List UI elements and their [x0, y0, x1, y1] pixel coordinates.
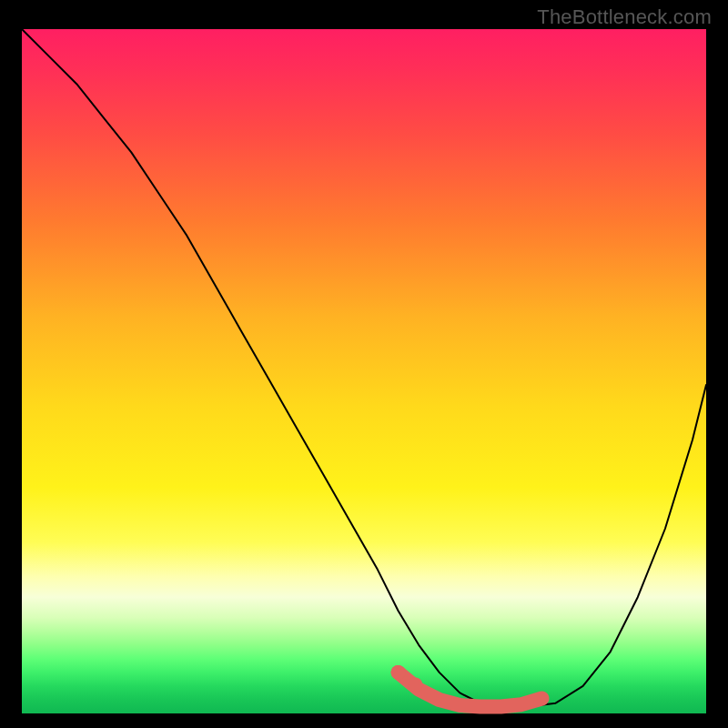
plot-area — [22, 29, 706, 713]
curve-layer — [22, 29, 706, 713]
optimal-dot — [408, 677, 422, 692]
optimal-dot — [391, 665, 406, 680]
chart-container: TheBottleneck.com — [0, 0, 728, 728]
watermark-text: TheBottleneck.com — [537, 5, 712, 29]
bottleneck-curve — [22, 29, 706, 707]
